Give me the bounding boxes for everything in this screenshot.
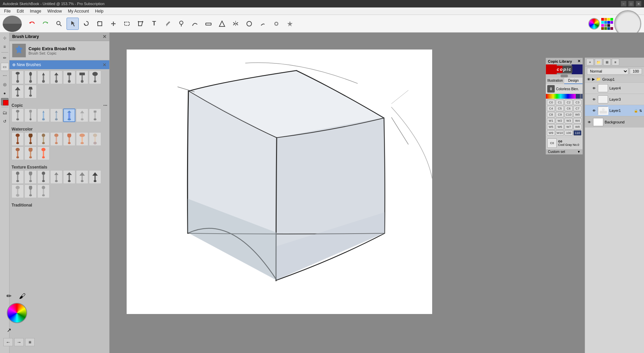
- color-btn-W4[interactable]: W4: [573, 118, 582, 123]
- copic-scroll-bar[interactable]: [546, 74, 583, 78]
- minimize-button[interactable]: −: [621, 1, 626, 6]
- brush-cell-wc-7[interactable]: [89, 132, 101, 146]
- brush-cell[interactable]: [50, 71, 62, 84]
- copic-library-close[interactable]: ✕: [577, 59, 581, 63]
- add-folder-button[interactable]: 📁: [595, 59, 602, 65]
- rainbow-strip[interactable]: [546, 94, 583, 99]
- rect-select-button[interactable]: [121, 18, 133, 30]
- color-btn-W6[interactable]: W6: [556, 124, 564, 130]
- color-btn-W2[interactable]: W2: [556, 118, 564, 123]
- new-brushes-bar[interactable]: ⊕ New Brushes ✕: [10, 60, 109, 69]
- layer1-blend-icon[interactable]: ⇅: [639, 109, 642, 113]
- layer4-visibility[interactable]: 👁: [592, 86, 596, 91]
- curve-button[interactable]: [189, 18, 201, 30]
- color-wheel-bottom[interactable]: [7, 303, 27, 323]
- layers-grid-view[interactable]: ⊞: [603, 59, 611, 65]
- add-layer-button[interactable]: +: [586, 59, 594, 65]
- brush-cell[interactable]: [24, 85, 37, 98]
- brush-cell-wc-1[interactable]: [12, 132, 24, 146]
- side-tool-layers[interactable]: 🗂: [1, 109, 9, 117]
- brush-cell[interactable]: [37, 71, 50, 84]
- brush-cell[interactable]: [76, 71, 88, 84]
- color-btn-W7[interactable]: W7: [565, 124, 573, 130]
- layer-item-layer4[interactable]: 👁 Layer4: [585, 83, 644, 94]
- brush-cell-te-10[interactable]: [37, 184, 50, 198]
- layer-group-1[interactable]: 👁 ▶ 📁 Group1: [585, 76, 644, 83]
- side-tool-5[interactable]: ●: [1, 89, 9, 97]
- maximize-button[interactable]: □: [628, 1, 634, 6]
- color-btn-100[interactable]: 100: [565, 130, 573, 136]
- layer-item-layer3[interactable]: 👁 Layer3: [585, 94, 644, 105]
- brush-cell[interactable]: [63, 71, 75, 84]
- layer3-visibility[interactable]: 👁: [592, 97, 596, 102]
- brush-library-close[interactable]: ✕: [103, 34, 107, 39]
- brush-cell-te-4[interactable]: [50, 170, 62, 184]
- side-tool-brush[interactable]: ✏: [1, 54, 9, 62]
- smudge-button[interactable]: [257, 18, 269, 30]
- undo-button[interactable]: [26, 18, 38, 30]
- crop-button[interactable]: [94, 18, 106, 30]
- opacity-input[interactable]: [630, 68, 642, 74]
- brush-cell-wc-8[interactable]: [12, 146, 24, 160]
- brush-cell-wc-4[interactable]: [50, 132, 62, 146]
- color-btn-C2[interactable]: C2: [565, 100, 573, 105]
- menu-image[interactable]: Image: [27, 8, 44, 14]
- zoom-button[interactable]: [53, 18, 65, 30]
- brush-cell-copic-5[interactable]: [63, 109, 75, 122]
- color-btn-W10[interactable]: W10: [556, 130, 564, 136]
- brush-round-button[interactable]: [175, 18, 187, 30]
- text-button[interactable]: T: [148, 18, 160, 30]
- fill-button[interactable]: [270, 18, 282, 30]
- blend-mode-select[interactable]: Normal: [587, 68, 628, 75]
- color-btn-W1[interactable]: W1: [547, 118, 555, 123]
- brush-cell-wc-9[interactable]: [24, 146, 37, 160]
- layer1-lock-icon[interactable]: 🔒: [634, 109, 638, 113]
- layer-item-layer1[interactable]: 👁 Layer1 🔒 ⇅: [585, 105, 644, 116]
- color-btn-W8[interactable]: W8: [573, 124, 582, 130]
- brush-cell-copic-4[interactable]: [50, 109, 62, 122]
- brush-cell-wc-5[interactable]: [63, 132, 75, 146]
- color-btn-C1[interactable]: C1: [556, 100, 564, 105]
- copic-section-options[interactable]: ⋯: [103, 103, 107, 108]
- brush-cell-copic-7[interactable]: [89, 109, 101, 122]
- pencil-button[interactable]: [162, 18, 174, 30]
- colorless-blend-row[interactable]: 0 Colorless Blen.: [546, 84, 583, 94]
- custom-set-bar[interactable]: Custom set ▼: [546, 149, 583, 154]
- menu-myaccount[interactable]: My Account: [65, 8, 92, 14]
- layer1-visibility[interactable]: 👁: [592, 108, 596, 113]
- brush-cell-wc-10[interactable]: [37, 146, 50, 160]
- brush-cell-te-8[interactable]: [12, 184, 24, 198]
- layers-list-view[interactable]: ≡: [612, 59, 619, 65]
- brush-cell-wc-3[interactable]: [37, 132, 50, 146]
- symmetry-button[interactable]: [229, 18, 242, 30]
- brush-cell-copic-2[interactable]: [24, 109, 37, 122]
- color-btn-C0[interactable]: C0: [547, 100, 555, 105]
- brush-cell-te-7[interactable]: [89, 170, 101, 184]
- new-brushes-close[interactable]: ✕: [103, 62, 107, 67]
- color-btn-C10[interactable]: C10: [565, 112, 573, 117]
- perspective-button[interactable]: [216, 18, 228, 30]
- brush-cell-copic-6[interactable]: [76, 109, 88, 122]
- close-button[interactable]: ✕: [636, 1, 641, 6]
- color-btn-C8[interactable]: C8: [547, 112, 555, 117]
- menu-file[interactable]: File: [1, 8, 13, 14]
- brush-cell-te-2[interactable]: [24, 170, 37, 184]
- color-btn-C9[interactable]: C9: [556, 112, 564, 117]
- brush-cell-wc-6[interactable]: [76, 132, 88, 146]
- color-wheel-button[interactable]: [588, 18, 600, 30]
- brush-cell-te-1[interactable]: [12, 170, 24, 184]
- bottom-brush-icon[interactable]: 🖌: [17, 291, 28, 301]
- brush-cell-wc-2[interactable]: [24, 132, 37, 146]
- bg-visibility[interactable]: 👁: [587, 120, 592, 124]
- color-btn-C7[interactable]: C7: [573, 106, 582, 111]
- color-btn-C6[interactable]: C6: [565, 106, 573, 111]
- redo-button[interactable]: [39, 18, 52, 30]
- bottom-pencil-icon[interactable]: ✏: [3, 291, 14, 301]
- brush-cell-copic-3[interactable]: [37, 109, 50, 122]
- copic-tab-design[interactable]: Design: [564, 78, 583, 84]
- color-btn-W5[interactable]: W5: [547, 124, 555, 130]
- menu-help[interactable]: Help: [92, 8, 106, 14]
- side-tool-eraser[interactable]: ▭: [1, 63, 9, 71]
- side-tool-2[interactable]: ≡: [1, 43, 9, 51]
- color-btn-110[interactable]: 110: [573, 130, 582, 136]
